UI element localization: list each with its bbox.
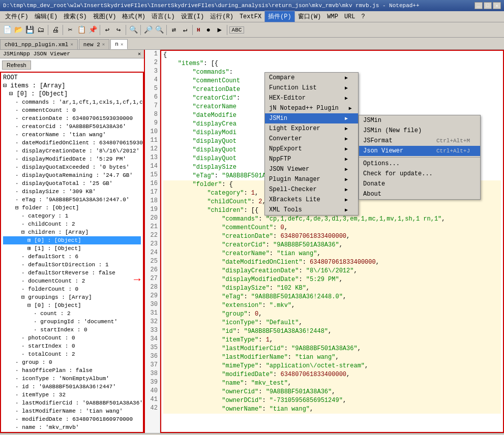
plugins-converter[interactable]: Converter ▶	[265, 134, 358, 144]
menu-url[interactable]: URL	[341, 12, 359, 21]
panel-close-button[interactable]: ✕	[138, 51, 141, 57]
menu-settings[interactable]: 设置(I)	[178, 11, 207, 22]
tree-commands: · commands : 'ar,1,cft,1,cxls,1,cf,1,con…	[3, 98, 141, 106]
tree-modifieddate: · modifiedDate : 634807061860970000	[3, 415, 141, 423]
plugins-pluginmanager[interactable]: Plugin Manager ▶	[265, 174, 358, 184]
expand-item0[interactable]: ⊟	[9, 90, 13, 98]
close-button[interactable]: ✕	[493, 2, 501, 9]
tab-close-new2[interactable]: ✕	[102, 42, 105, 47]
jsmin-checkupdate[interactable]: Check for update...	[359, 169, 480, 179]
tree-totalcount: · totalCount : 2	[3, 350, 141, 358]
zoom-out-icon[interactable]: 🔍	[154, 25, 164, 35]
plugins-spellchecker[interactable]: Spell-Checker ▶	[265, 184, 358, 195]
window-controls[interactable]: _ □ ✕	[475, 2, 501, 9]
json-tree[interactable]: ROOT ⊟ items : [Array] ⊟ [0] : [Object] …	[0, 72, 144, 433]
zoom-in-icon[interactable]: 🔎	[143, 25, 153, 35]
tab-current[interactable]: n ✕	[110, 39, 128, 49]
code-line-28: "displaySize": "102 KB",	[163, 284, 501, 293]
plugins-lightexplorer[interactable]: Light Explorer ▶	[265, 123, 358, 134]
tab-close-ch01[interactable]: ✕	[70, 42, 73, 47]
minimize-button[interactable]: _	[475, 2, 483, 9]
toolbar-separator-1	[48, 25, 48, 35]
refresh-button[interactable]: Refresh	[2, 60, 31, 70]
status-bar: length : 3579 lines : 45 Ln : 15 Col : 1…	[0, 433, 504, 435]
open-file-icon[interactable]: 📂	[13, 25, 23, 35]
save-icon[interactable]: 💾	[24, 25, 35, 35]
menu-search[interactable]: 搜索(S)	[61, 11, 90, 22]
paste-icon[interactable]: 📌	[87, 25, 98, 35]
jsmin-about[interactable]: About	[359, 189, 480, 199]
word-wrap-icon[interactable]: ↵	[180, 25, 190, 35]
tree-displaysize: · displaySize : '309 KB'	[3, 188, 141, 196]
print-icon[interactable]: 🖨	[50, 25, 61, 35]
tab-close-current[interactable]: ✕	[121, 42, 123, 47]
main-layout: JSMinNpp JSON Viewer ✕ Refresh ROOT ⊟ it…	[0, 50, 504, 433]
tree-creatorcid: · creatorCid : '9A8B8BF501A38A36'	[3, 122, 141, 131]
code-line-26: "displayCreationDate": "8\/16\/2012",	[163, 267, 501, 275]
jsmin-jsonviewer[interactable]: Json Viewer Ctrl+Alt+J	[359, 146, 480, 156]
menu-view[interactable]: 视图(V)	[90, 11, 120, 22]
plugins-functionlist[interactable]: Function List ▶	[265, 83, 358, 93]
expand-child0[interactable]: ⊞	[27, 237, 31, 243]
expand-child1[interactable]: ⊞	[27, 245, 31, 252]
tree-datemodified: · dateModifiedOnClient : 634807061593030…	[3, 139, 141, 147]
record-macro-icon[interactable]: ●	[203, 25, 214, 35]
tree-child1: ⊞ [1] : [Object]	[3, 244, 141, 253]
jsmin-options[interactable]: Options...	[359, 159, 480, 169]
find-icon[interactable]: 🔍	[128, 25, 138, 35]
menu-plugins[interactable]: 插件(P)	[264, 11, 295, 22]
menu-help[interactable]: ?	[359, 12, 368, 21]
expand-groupings[interactable]: ⊟	[21, 294, 25, 300]
maximize-button[interactable]: □	[484, 2, 492, 9]
tree-displaycreation: · displayCreationDate : '8\/16\/2012'	[3, 147, 141, 155]
save-all-icon[interactable]: 🗂	[36, 25, 46, 35]
expand-folder[interactable]: ⊟	[15, 205, 19, 211]
menu-run[interactable]: 运行(R)	[207, 11, 236, 22]
sync-scroll-icon[interactable]: ⇄	[169, 25, 179, 35]
expand-items[interactable]: ⊟	[3, 82, 7, 89]
plugins-nppexport[interactable]: NppExport ▶	[265, 144, 358, 154]
jsmin-jsformat[interactable]: JSFormat Ctrl+Alt+M	[359, 136, 480, 146]
tree-icontype: · iconType : 'NonEmptyAlbum'	[3, 375, 141, 383]
toolbar-separator-5	[140, 25, 141, 35]
code-line-33: "id": "9A8B8BF501A38A36!2448",	[163, 327, 501, 336]
menu-wmp[interactable]: WMP	[324, 12, 341, 21]
jsmin-jsmin[interactable]: JSMin	[359, 115, 480, 126]
toolbar-separator-6	[166, 25, 167, 35]
plugins-xbrackets[interactable]: XBrackets Lite ▶	[265, 195, 358, 205]
new-file-icon[interactable]: 📄	[2, 25, 12, 35]
menu-window[interactable]: 窗口(W)	[295, 11, 324, 22]
play-macro-icon[interactable]: ▶	[215, 25, 225, 35]
menu-textfx[interactable]: TextFX	[236, 12, 264, 21]
undo-icon[interactable]: ↩	[102, 25, 112, 35]
cut-icon[interactable]: ✂	[65, 25, 75, 35]
plugins-jsonviewer[interactable]: JSON Viewer ▶	[265, 164, 358, 174]
menu-bar: 文件(F) 编辑(E) 搜索(S) 视图(V) 格式(M) 语言(L) 设置(I…	[0, 11, 504, 22]
code-line-42: "ownerName": "tian wang",	[163, 405, 501, 414]
tree-displayquotatotal: · displayQuotaTotal : '25 GB'	[3, 179, 141, 188]
plugins-nppftp[interactable]: NppFTP ▶	[265, 154, 358, 164]
plugins-hexeditor[interactable]: HEX-Editor ▶	[265, 93, 358, 103]
menu-language[interactable]: 语言(L)	[149, 11, 178, 22]
tab-new2[interactable]: new 2 ✕	[79, 39, 109, 49]
redo-icon[interactable]: ↪	[113, 25, 124, 35]
abc-icon[interactable]: ABC	[229, 26, 245, 34]
tab-ch01[interactable]: ch01_npp_plugin.xml ✕	[0, 39, 78, 49]
menu-format[interactable]: 格式(M)	[119, 11, 149, 22]
menu-edit[interactable]: 编辑(E)	[32, 11, 61, 22]
code-line-32: "iconType": "Default",	[163, 319, 501, 327]
expand-group0[interactable]: ⊟	[27, 302, 31, 308]
expand-children[interactable]: ⊟	[21, 229, 25, 235]
plugins-jnnotepad[interactable]: jN Notepad++ Plugin ▶	[265, 103, 358, 113]
plugins-compare[interactable]: Compare ▶	[265, 73, 358, 83]
jsmin-jsmin-newfile[interactable]: JSMin (New file)	[359, 126, 480, 136]
plugins-jsmin[interactable]: JSMin ▶	[265, 113, 358, 123]
copy-icon[interactable]: 📋	[76, 25, 86, 35]
code-line-25: "dateModifiedOnClient": 6348070618334000…	[163, 258, 501, 267]
tree-child0[interactable]: ⊞ [0] : [Object]	[3, 236, 141, 244]
plugins-xmltools[interactable]: XML Tools ▶	[265, 205, 358, 215]
json-viewer-panel: JSMinNpp JSON Viewer ✕ Refresh ROOT ⊟ it…	[0, 50, 145, 433]
jsmin-donate[interactable]: Donate	[359, 179, 480, 189]
menu-file[interactable]: 文件(F)	[2, 11, 32, 22]
window-title: D:\tmp\tmp_dev_root\wlw\InsertSkydriveFI…	[3, 3, 420, 9]
